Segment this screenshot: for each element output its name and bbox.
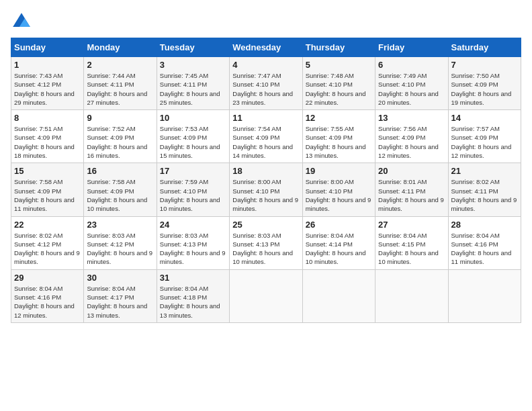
day-detail: Sunrise: 8:02 AMSunset: 4:11 PMDaylight:… [451,177,518,213]
day-number: 13 [378,113,445,123]
day-number: 11 [232,113,299,123]
day-number: 19 [306,166,372,176]
calendar-cell: 3 Sunrise: 7:45 AMSunset: 4:11 PMDayligh… [157,57,229,110]
day-number: 5 [306,60,372,70]
day-number: 20 [378,166,445,176]
calendar-cell: 26 Sunrise: 8:04 AMSunset: 4:14 PMDaylig… [302,216,375,269]
day-number: 2 [87,60,153,70]
calendar-cell: 19 Sunrise: 8:00 AMSunset: 4:10 PMDaylig… [302,163,375,216]
day-detail: Sunrise: 7:53 AMSunset: 4:09 PMDaylight:… [160,124,226,160]
calendar-cell: 25 Sunrise: 8:03 AMSunset: 4:13 PMDaylig… [230,216,302,269]
day-detail: Sunrise: 8:04 AMSunset: 4:14 PMDaylight:… [306,231,372,267]
day-detail: Sunrise: 7:57 AMSunset: 4:09 PMDaylight:… [451,124,518,160]
calendar-cell: 17 Sunrise: 7:59 AMSunset: 4:10 PMDaylig… [157,163,229,216]
day-number: 30 [87,273,153,283]
calendar-cell: 15 Sunrise: 7:58 AMSunset: 4:09 PMDaylig… [11,163,84,216]
calendar-cell: 18 Sunrise: 8:00 AMSunset: 4:10 PMDaylig… [230,163,302,216]
calendar-cell: 8 Sunrise: 7:51 AMSunset: 4:09 PMDayligh… [11,110,84,163]
day-number: 1 [14,60,81,70]
logo [11,11,35,32]
day-number: 27 [378,220,445,230]
day-number: 14 [451,113,518,123]
day-number: 25 [232,220,299,230]
day-number: 9 [87,113,153,123]
day-detail: Sunrise: 7:43 AMSunset: 4:12 PMDaylight:… [14,71,81,107]
calendar-cell: 7 Sunrise: 7:50 AMSunset: 4:09 PMDayligh… [448,57,521,110]
calendar-cell: 29 Sunrise: 8:04 AMSunset: 4:16 PMDaylig… [11,269,84,322]
calendar-cell: 10 Sunrise: 7:53 AMSunset: 4:09 PMDaylig… [157,110,229,163]
calendar-cell: 1 Sunrise: 7:43 AMSunset: 4:12 PMDayligh… [11,57,84,110]
day-detail: Sunrise: 7:56 AMSunset: 4:09 PMDaylight:… [378,124,445,160]
day-detail: Sunrise: 8:01 AMSunset: 4:11 PMDaylight:… [378,177,445,213]
day-detail: Sunrise: 7:55 AMSunset: 4:09 PMDaylight:… [306,124,372,160]
calendar-cell: 16 Sunrise: 7:58 AMSunset: 4:09 PMDaylig… [84,163,157,216]
day-detail: Sunrise: 8:03 AMSunset: 4:12 PMDaylight:… [87,231,153,267]
day-number: 23 [87,220,153,230]
calendar-cell: 12 Sunrise: 7:55 AMSunset: 4:09 PMDaylig… [302,110,375,163]
day-detail: Sunrise: 8:03 AMSunset: 4:13 PMDaylight:… [232,231,299,267]
calendar-header-row: SundayMondayTuesdayWednesdayThursdayFrid… [11,38,521,57]
calendar-week-3: 15 Sunrise: 7:58 AMSunset: 4:09 PMDaylig… [11,163,521,216]
header-monday: Monday [84,38,157,57]
calendar-week-2: 8 Sunrise: 7:51 AMSunset: 4:09 PMDayligh… [11,110,521,163]
day-detail: Sunrise: 8:00 AMSunset: 4:10 PMDaylight:… [306,177,372,213]
day-detail: Sunrise: 8:02 AMSunset: 4:12 PMDaylight:… [14,231,81,267]
calendar-cell: 23 Sunrise: 8:03 AMSunset: 4:12 PMDaylig… [84,216,157,269]
calendar-cell: 21 Sunrise: 8:02 AMSunset: 4:11 PMDaylig… [448,163,521,216]
day-number: 16 [87,166,153,176]
day-detail: Sunrise: 8:04 AMSunset: 4:17 PMDaylight:… [87,284,153,320]
day-number: 17 [160,166,226,176]
header-tuesday: Tuesday [157,38,229,57]
calendar-week-5: 29 Sunrise: 8:04 AMSunset: 4:16 PMDaylig… [11,269,521,322]
page-header [11,11,521,32]
calendar-cell [302,269,375,322]
day-number: 18 [232,166,299,176]
calendar-cell: 28 Sunrise: 8:04 AMSunset: 4:16 PMDaylig… [448,216,521,269]
day-detail: Sunrise: 7:54 AMSunset: 4:09 PMDaylight:… [232,124,299,160]
day-detail: Sunrise: 7:52 AMSunset: 4:09 PMDaylight:… [87,124,153,160]
day-number: 21 [451,166,518,176]
day-detail: Sunrise: 7:48 AMSunset: 4:10 PMDaylight:… [306,71,372,107]
day-number: 28 [451,220,518,230]
calendar-cell [230,269,302,322]
day-detail: Sunrise: 7:58 AMSunset: 4:09 PMDaylight:… [87,177,153,213]
day-detail: Sunrise: 8:04 AMSunset: 4:16 PMDaylight:… [451,231,518,267]
calendar-cell: 22 Sunrise: 8:02 AMSunset: 4:12 PMDaylig… [11,216,84,269]
calendar-cell: 5 Sunrise: 7:48 AMSunset: 4:10 PMDayligh… [302,57,375,110]
header-thursday: Thursday [302,38,375,57]
day-detail: Sunrise: 7:44 AMSunset: 4:11 PMDaylight:… [87,71,153,107]
calendar-week-4: 22 Sunrise: 8:02 AMSunset: 4:12 PMDaylig… [11,216,521,269]
calendar-cell: 27 Sunrise: 8:04 AMSunset: 4:15 PMDaylig… [375,216,448,269]
day-detail: Sunrise: 7:49 AMSunset: 4:10 PMDaylight:… [378,71,445,107]
calendar-cell: 24 Sunrise: 8:03 AMSunset: 4:13 PMDaylig… [157,216,229,269]
day-number: 26 [306,220,372,230]
calendar-cell: 4 Sunrise: 7:47 AMSunset: 4:10 PMDayligh… [230,57,302,110]
calendar-table: SundayMondayTuesdayWednesdayThursdayFrid… [11,38,521,323]
header-wednesday: Wednesday [230,38,302,57]
calendar-week-1: 1 Sunrise: 7:43 AMSunset: 4:12 PMDayligh… [11,57,521,110]
day-number: 31 [160,273,226,283]
day-number: 15 [14,166,81,176]
day-number: 29 [14,273,81,283]
calendar-cell: 13 Sunrise: 7:56 AMSunset: 4:09 PMDaylig… [375,110,448,163]
calendar-cell: 20 Sunrise: 8:01 AMSunset: 4:11 PMDaylig… [375,163,448,216]
day-detail: Sunrise: 7:51 AMSunset: 4:09 PMDaylight:… [14,124,81,160]
day-number: 22 [14,220,81,230]
calendar-cell: 6 Sunrise: 7:49 AMSunset: 4:10 PMDayligh… [375,57,448,110]
day-number: 4 [232,60,299,70]
calendar-cell [375,269,448,322]
day-number: 6 [378,60,445,70]
calendar-cell [448,269,521,322]
logo-icon [11,11,32,32]
day-detail: Sunrise: 8:04 AMSunset: 4:15 PMDaylight:… [378,231,445,267]
day-detail: Sunrise: 7:58 AMSunset: 4:09 PMDaylight:… [14,177,81,213]
day-detail: Sunrise: 7:45 AMSunset: 4:11 PMDaylight:… [160,71,226,107]
day-detail: Sunrise: 8:00 AMSunset: 4:10 PMDaylight:… [232,177,299,213]
calendar-cell: 11 Sunrise: 7:54 AMSunset: 4:09 PMDaylig… [230,110,302,163]
day-number: 10 [160,113,226,123]
day-detail: Sunrise: 8:04 AMSunset: 4:18 PMDaylight:… [160,284,226,320]
header-sunday: Sunday [11,38,84,57]
day-number: 24 [160,220,226,230]
header-saturday: Saturday [448,38,521,57]
calendar-cell: 14 Sunrise: 7:57 AMSunset: 4:09 PMDaylig… [448,110,521,163]
